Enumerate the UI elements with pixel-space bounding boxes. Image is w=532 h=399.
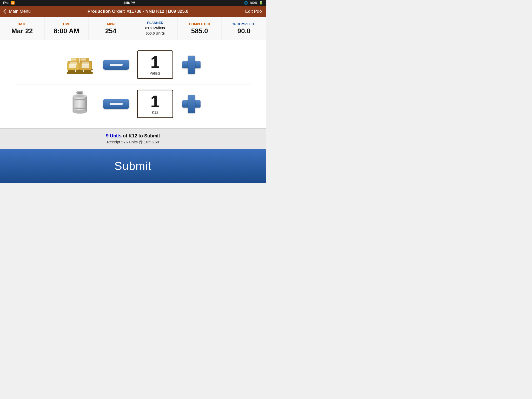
planned-value: 81.2 Pallets 650.0 Units	[145, 26, 165, 36]
svg-rect-15	[71, 58, 76, 61]
stat-date: DATE Mar 22	[0, 17, 44, 40]
pct-complete-label: % COMPLETE	[232, 22, 255, 26]
svg-rect-12	[82, 62, 89, 65]
back-button[interactable]: Main Menu	[4, 9, 31, 14]
k12-plus-button[interactable]	[181, 94, 202, 114]
nav-title: Production Order: #11738 - NNB K12 | B09…	[88, 9, 188, 14]
stat-pct-complete: % COMPLETE 90.0	[222, 17, 266, 40]
k12-minus-button[interactable]	[103, 99, 129, 109]
svg-rect-16	[81, 58, 86, 61]
completed-value: 585.0	[191, 27, 208, 35]
svg-rect-3	[84, 70, 91, 72]
wifi-icon: 📶	[11, 1, 15, 5]
svg-rect-10	[82, 64, 89, 68]
stats-row: DATE Mar 22 TIME 8:00 AM MPN 254 PLANNED…	[0, 17, 266, 40]
k12-input-row: 1 K12	[10, 90, 256, 118]
date-value: Mar 22	[11, 27, 33, 35]
svg-rect-11	[70, 62, 77, 65]
stat-completed: COMPLETED 585.0	[177, 17, 222, 40]
stat-planned: PLANNED 81.2 Pallets 650.0 Units	[133, 17, 177, 40]
status-bar: iPad 📶 4:56 PM 🌐 100% 🔋	[0, 0, 266, 6]
main-area: 1 Pallets	[0, 40, 266, 128]
svg-rect-17	[110, 64, 123, 66]
svg-rect-1	[68, 70, 75, 72]
edit-pdo-button[interactable]: Edit Pdo	[245, 9, 262, 14]
svg-rect-9	[69, 64, 76, 68]
nav-bar: Main Menu Production Order: #11738 - NNB…	[0, 6, 266, 17]
summary-sub-text: Receipt 576 Units @ 16:55:58	[107, 140, 159, 144]
mpn-label: MPN	[107, 22, 115, 26]
status-bar-left: iPad 📶	[3, 1, 15, 5]
submit-button[interactable]: Submit	[0, 149, 266, 183]
status-bar-right: 🌐 100% 🔋	[244, 1, 263, 5]
pallet-plus-button[interactable]	[181, 54, 202, 75]
planned-label: PLANNED	[147, 21, 163, 25]
row-divider	[16, 84, 250, 84]
summary-bar: 9 Units of K12 to Submit Receipt 576 Uni…	[0, 128, 266, 149]
k12-count: 1	[150, 93, 160, 110]
stat-time: TIME 8:00 AM	[44, 17, 89, 40]
summary-highlight: 9 Units	[106, 133, 122, 138]
pallet-count: 1	[150, 54, 160, 71]
pallet-value-box[interactable]: 1 Pallets	[137, 50, 173, 79]
stat-mpn: MPN 254	[89, 17, 133, 40]
svg-point-29	[73, 110, 87, 114]
chevron-left-icon	[4, 9, 8, 14]
pallet-input-row: 1 Pallets	[10, 50, 256, 79]
date-label: DATE	[18, 22, 26, 26]
submit-label: Submit	[115, 159, 152, 172]
svg-point-28	[77, 95, 82, 97]
pallet-unit-label: Pallets	[150, 71, 161, 75]
time-label: TIME	[62, 22, 70, 26]
device-label: iPad	[3, 1, 9, 5]
k12-value-box[interactable]: 1 K12	[137, 90, 173, 118]
k12-unit-label: K12	[152, 110, 158, 115]
plus-icon	[182, 56, 201, 74]
pallet-minus-button[interactable]	[103, 60, 129, 70]
pallet-icon	[64, 52, 95, 78]
back-label: Main Menu	[9, 9, 31, 14]
summary-main-text: 9 Units of K12 to Submit	[106, 133, 160, 139]
completed-label: COMPLETED	[189, 22, 210, 26]
svg-rect-30	[110, 103, 123, 105]
pct-complete-value: 90.0	[237, 27, 251, 35]
status-bar-time: 4:56 PM	[123, 1, 135, 5]
svg-rect-2	[76, 70, 83, 72]
mpn-value: 254	[105, 27, 116, 35]
summary-rest: of K12 to Submit	[122, 133, 160, 138]
battery-label: 100%	[249, 1, 257, 5]
time-value: 8:00 AM	[54, 27, 79, 35]
keg-icon	[64, 91, 95, 117]
svg-rect-19	[78, 92, 82, 94]
plus-icon	[182, 95, 201, 113]
battery-icon: 🔋	[259, 1, 263, 5]
globe-icon: 🌐	[244, 1, 248, 5]
svg-rect-25	[73, 96, 75, 112]
